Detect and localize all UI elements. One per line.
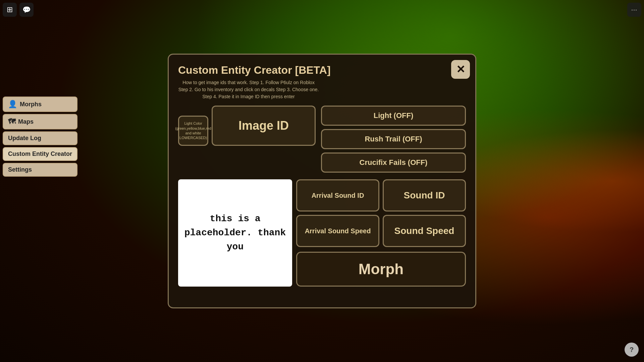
light-color-label: Light Color (green,yellow,blue,red and w…	[175, 121, 211, 140]
arrival-sound-speed-button[interactable]: Arrival Sound Speed	[296, 215, 379, 247]
right-top-section: Light (OFF) Rush Trail (OFF) Crucifix Fa…	[321, 106, 466, 173]
custom-entity-creator-modal: Custom Entity Creator [BETA] How to get …	[168, 54, 476, 308]
morph-section: Morph	[296, 252, 466, 287]
modal-close-button[interactable]: ✕	[451, 60, 470, 79]
morph-button[interactable]: Morph	[296, 252, 466, 287]
placeholder-text: this is a placeholder. thank you	[178, 212, 292, 254]
sound-and-morph-section: Arrival Sound ID Sound ID Arrival Sound …	[296, 179, 466, 287]
bottom-section: this is a placeholder. thank you Arrival…	[178, 179, 466, 287]
modal-title: Custom Entity Creator [BETA]	[178, 64, 331, 76]
modal-overlay: Custom Entity Creator [BETA] How to get …	[0, 0, 644, 362]
image-id-button[interactable]: Image ID	[212, 106, 316, 146]
left-top-section: Light Color (green,yellow,blue,red and w…	[178, 106, 316, 146]
image-id-label: Image ID	[238, 119, 289, 133]
sound-id-button[interactable]: Sound ID	[383, 179, 466, 212]
sound-speed-button[interactable]: Sound Speed	[383, 215, 466, 247]
top-section: Light Color (green,yellow,blue,red and w…	[178, 106, 466, 173]
modal-instructions: How to get image ids that work. Step 1. …	[178, 79, 319, 100]
light-toggle-button[interactable]: Light (OFF)	[321, 106, 466, 126]
rush-trail-toggle-button[interactable]: Rush Trail (OFF)	[321, 129, 466, 149]
placeholder-area: this is a placeholder. thank you	[178, 179, 292, 287]
sound-grid: Arrival Sound ID Sound ID Arrival Sound …	[296, 179, 466, 247]
crucifix-fails-toggle-button[interactable]: Crucifix Fails (OFF)	[321, 153, 466, 173]
light-color-box[interactable]: Light Color (green,yellow,blue,red and w…	[178, 116, 208, 146]
image-id-row: Light Color (green,yellow,blue,red and w…	[178, 106, 316, 146]
arrival-sound-id-button[interactable]: Arrival Sound ID	[296, 179, 379, 212]
